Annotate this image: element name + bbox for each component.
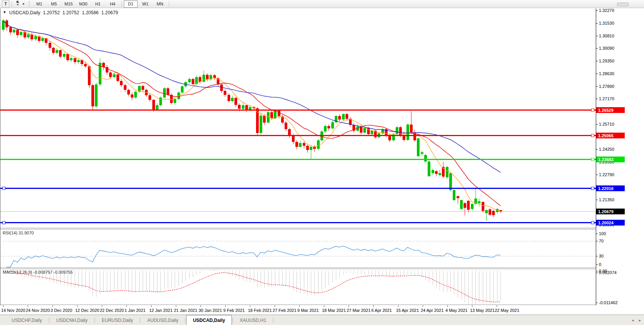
timeframe-button-mn[interactable]: MN <box>153 0 167 8</box>
price-tick: 1.27170 <box>596 96 614 101</box>
chart-collapse-icon[interactable]: ▼ <box>3 10 7 15</box>
date-label: 27 Mar 2021 <box>347 308 371 313</box>
tick-mark <box>596 36 598 36</box>
date-label: 22 May 2021 <box>495 308 519 313</box>
tab-xauusd[interactable]: XAUUSD,H1 <box>234 315 273 325</box>
hline-price-label: 1.26529 <box>596 107 625 113</box>
toolbar-scrollbar[interactable] <box>617 3 629 6</box>
rsi-axis-tick-label: 100 <box>599 231 606 236</box>
tick-mark <box>596 48 598 49</box>
date-tick-mark <box>299 305 300 307</box>
chart-title: ▼ USDCAD,Daily 1.20752 1.20752 1.20586 1… <box>3 10 118 15</box>
date-label: 4 May 2021 <box>445 308 467 313</box>
price-tick: 1.24250 <box>596 147 614 152</box>
rsi-axis-tick-label: 0 <box>599 262 601 267</box>
timeframe-button-w1[interactable]: W1 <box>138 0 152 8</box>
hline-price-label: 1.22016 <box>596 185 625 191</box>
date-tick-mark <box>176 305 176 307</box>
timeframe-button-m1[interactable]: M1 <box>32 0 46 8</box>
date-tick-mark <box>151 305 152 307</box>
price-chart-canvas[interactable] <box>0 8 596 305</box>
hline-price-label: 1.25065 <box>596 133 625 138</box>
tab-usdchf[interactable]: USDCHF,Daily <box>5 315 48 325</box>
timeframe-button-h1[interactable]: H1 <box>91 0 105 8</box>
price-axis[interactable]: 1.322701.315301.308101.300901.293501.286… <box>596 8 644 305</box>
price-tick-label: 1.24250 <box>599 147 614 152</box>
tab-items: USDCHF,DailyUSDCNH,DailyEURUSD,DailyAUDU… <box>5 315 274 325</box>
macd-axis-tick: -0.011462 <box>596 300 618 305</box>
date-tick-mark <box>225 305 226 307</box>
macd-axis-tick-label: 0.00 <box>599 269 607 273</box>
tick-mark <box>596 10 598 11</box>
price-tick-label: 1.32270 <box>599 8 614 13</box>
tick-mark <box>596 86 598 87</box>
timeframe-button-m5[interactable]: M5 <box>47 0 61 8</box>
tab-usdcad[interactable]: USDCAD,Daily <box>186 315 231 325</box>
tab-eurusd[interactable]: EURUSD,Daily <box>96 315 139 325</box>
rsi-axis-tick-label: 70 <box>599 239 604 243</box>
tick-mark <box>596 303 598 303</box>
date-tick-mark <box>28 305 28 307</box>
chart-symbol-label: USDCAD,Daily <box>9 10 40 15</box>
chart-tab-bar: USDCHF,DailyUSDCNH,DailyEURUSD,DailyAUDU… <box>0 315 644 325</box>
price-tick-label: 1.27170 <box>599 96 614 101</box>
tabs-scroll-left-icon[interactable]: ◄ <box>631 318 634 322</box>
ohlc-low: 1.20586 <box>82 10 98 15</box>
arrows-icon <box>15 0 21 7</box>
rsi-axis-tick: 100 <box>596 231 606 236</box>
date-tick-mark <box>126 305 127 307</box>
macd-panel-title: MACD(12,26,9) -0.008757 -0.009755 <box>3 270 73 274</box>
toolbar-separator <box>12 1 12 7</box>
price-tick: 1.25710 <box>596 121 614 127</box>
tab-separator <box>185 318 185 323</box>
toolbar-grip <box>28 1 30 7</box>
price-tick: 1.29350 <box>596 58 614 64</box>
date-label: 12 Dec 2020 <box>75 308 99 313</box>
macd-axis-tick: 0.00 <box>596 268 607 274</box>
dropdown-caret-icon[interactable]: ▼ <box>22 2 25 6</box>
date-label: 3 Dec 2020 <box>51 308 72 313</box>
price-tick: 1.30090 <box>596 45 614 51</box>
date-label: 22 Dec 2020 <box>100 308 124 313</box>
date-tick-mark <box>3 305 3 307</box>
tick-mark <box>596 271 598 271</box>
timeframe-button-d1[interactable]: D1 <box>124 0 138 8</box>
date-label: 14 Nov 2020 <box>1 308 25 313</box>
date-label: 18 Feb 2021 <box>248 308 272 313</box>
tab-separator <box>94 318 95 323</box>
date-tick-mark <box>102 305 102 307</box>
arrange-charts-button[interactable]: ▼ <box>15 1 25 7</box>
tab-separator <box>49 318 49 323</box>
tick-mark <box>596 23 598 24</box>
timeframe-button-m15[interactable]: M15 <box>62 0 76 8</box>
date-tick-mark <box>52 305 53 307</box>
price-tick: 1.28630 <box>596 71 614 76</box>
date-tick-mark <box>373 305 374 307</box>
date-label: 21 Jan 2021 <box>174 308 197 313</box>
date-axis[interactable]: 14 Nov 202024 Nov 20203 Dec 202012 Dec 2… <box>0 305 644 315</box>
rsi-axis-tick: 0 <box>596 262 601 267</box>
macd-axis-tick-label: -0.011462 <box>599 300 618 305</box>
timeframe-button-m30[interactable]: M30 <box>76 0 90 8</box>
date-label: 1 Jan 2021 <box>125 308 145 313</box>
price-tick-label: 1.25710 <box>599 122 614 126</box>
ohlc-open: 1.20752 <box>43 10 60 15</box>
tab-audusd[interactable]: AUDUSD,Daily <box>141 315 185 325</box>
tick-mark <box>596 149 598 150</box>
tab-scroll-arrows: ◄ ► <box>631 318 642 322</box>
tab-separator <box>140 318 140 323</box>
text-label-tool-button[interactable]: T <box>2 0 9 7</box>
tick-mark <box>596 264 598 265</box>
price-tick-label: 1.31530 <box>599 21 614 25</box>
date-tick-mark <box>423 305 423 307</box>
tick-mark <box>596 175 598 175</box>
tick-mark <box>596 124 598 125</box>
timeframe-button-h4[interactable]: H4 <box>106 0 120 8</box>
date-label: 18 Mar 2021 <box>322 308 346 313</box>
ohlc-high: 1.20752 <box>62 10 79 15</box>
date-label: 24 Nov 2020 <box>26 308 50 313</box>
price-tick-label: 1.28630 <box>599 71 614 76</box>
tab-usdcnh[interactable]: USDCNH,Daily <box>50 315 94 325</box>
date-label: 6 Apr 2021 <box>371 308 392 313</box>
tabs-scroll-right-icon[interactable]: ► <box>638 318 642 322</box>
